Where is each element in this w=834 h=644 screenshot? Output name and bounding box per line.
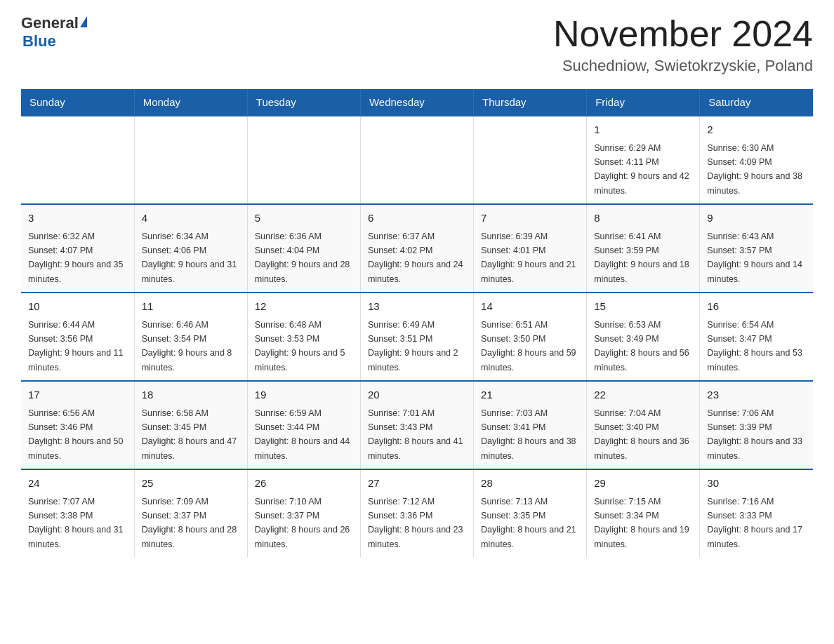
day-info: Sunrise: 7:07 AM Sunset: 3:38 PM Dayligh… — [28, 497, 124, 549]
month-title: November 2024 — [553, 14, 813, 54]
calendar-day-23: 23Sunrise: 7:06 AM Sunset: 3:39 PM Dayli… — [700, 381, 813, 469]
day-number: 9 — [707, 210, 806, 227]
calendar-header: SundayMondayTuesdayWednesdayThursdayFrid… — [21, 89, 813, 116]
day-info: Sunrise: 6:59 AM Sunset: 3:44 PM Dayligh… — [255, 408, 350, 461]
calendar-empty-cell — [134, 116, 247, 204]
day-number: 13 — [368, 299, 466, 315]
day-info: Sunrise: 6:51 AM Sunset: 3:50 PM Dayligh… — [481, 320, 576, 373]
day-info: Sunrise: 6:46 AM Sunset: 3:54 PM Dayligh… — [142, 320, 232, 373]
calendar-day-28: 28Sunrise: 7:13 AM Sunset: 3:35 PM Dayli… — [474, 469, 587, 557]
day-number: 22 — [594, 387, 692, 403]
calendar-day-1: 1Sunrise: 6:29 AM Sunset: 4:11 PM Daylig… — [587, 116, 700, 204]
day-number: 11 — [142, 299, 240, 315]
calendar-week-row: 17Sunrise: 6:56 AM Sunset: 3:46 PM Dayli… — [21, 381, 813, 469]
calendar-body: 1Sunrise: 6:29 AM Sunset: 4:11 PM Daylig… — [21, 116, 813, 557]
calendar-day-29: 29Sunrise: 7:15 AM Sunset: 3:34 PM Dayli… — [587, 469, 700, 557]
calendar-day-19: 19Sunrise: 6:59 AM Sunset: 3:44 PM Dayli… — [247, 381, 360, 469]
calendar-day-26: 26Sunrise: 7:10 AM Sunset: 3:37 PM Dayli… — [247, 469, 360, 557]
day-info: Sunrise: 7:12 AM Sunset: 3:36 PM Dayligh… — [368, 497, 463, 549]
calendar-empty-cell — [247, 116, 360, 204]
day-info: Sunrise: 6:49 AM Sunset: 3:51 PM Dayligh… — [368, 320, 458, 373]
calendar-day-24: 24Sunrise: 7:07 AM Sunset: 3:38 PM Dayli… — [21, 469, 134, 557]
day-info: Sunrise: 6:56 AM Sunset: 3:46 PM Dayligh… — [28, 408, 124, 461]
calendar-day-11: 11Sunrise: 6:46 AM Sunset: 3:54 PM Dayli… — [134, 293, 247, 381]
day-number: 6 — [368, 210, 466, 227]
day-number: 28 — [481, 476, 579, 492]
day-number: 17 — [28, 387, 127, 403]
day-info: Sunrise: 6:34 AM Sunset: 4:06 PM Dayligh… — [142, 232, 237, 284]
weekday-header-row: SundayMondayTuesdayWednesdayThursdayFrid… — [21, 89, 813, 116]
day-info: Sunrise: 7:13 AM Sunset: 3:35 PM Dayligh… — [481, 497, 576, 549]
calendar-day-25: 25Sunrise: 7:09 AM Sunset: 3:37 PM Dayli… — [134, 469, 247, 557]
day-info: Sunrise: 6:39 AM Sunset: 4:01 PM Dayligh… — [481, 232, 576, 284]
calendar-day-14: 14Sunrise: 6:51 AM Sunset: 3:50 PM Dayli… — [474, 293, 587, 381]
weekday-header-saturday: Saturday — [700, 89, 813, 116]
logo-general-text: General — [21, 14, 79, 32]
day-info: Sunrise: 6:54 AM Sunset: 3:47 PM Dayligh… — [707, 320, 802, 373]
day-number: 21 — [481, 387, 579, 403]
day-info: Sunrise: 6:30 AM Sunset: 4:09 PM Dayligh… — [707, 143, 802, 196]
day-info: Sunrise: 6:41 AM Sunset: 3:59 PM Dayligh… — [594, 232, 689, 284]
calendar-day-5: 5Sunrise: 6:36 AM Sunset: 4:04 PM Daylig… — [247, 204, 360, 293]
day-info: Sunrise: 7:15 AM Sunset: 3:34 PM Dayligh… — [594, 497, 689, 549]
calendar-day-8: 8Sunrise: 6:41 AM Sunset: 3:59 PM Daylig… — [587, 204, 700, 293]
calendar-day-17: 17Sunrise: 6:56 AM Sunset: 3:46 PM Dayli… — [21, 381, 134, 469]
day-number: 18 — [142, 387, 240, 403]
weekday-header-monday: Monday — [134, 89, 247, 116]
day-info: Sunrise: 7:09 AM Sunset: 3:37 PM Dayligh… — [142, 497, 237, 549]
calendar-day-22: 22Sunrise: 7:04 AM Sunset: 3:40 PM Dayli… — [587, 381, 700, 469]
calendar-week-row: 10Sunrise: 6:44 AM Sunset: 3:56 PM Dayli… — [21, 293, 813, 381]
day-number: 30 — [707, 476, 806, 492]
day-info: Sunrise: 6:36 AM Sunset: 4:04 PM Dayligh… — [255, 232, 350, 284]
weekday-header-sunday: Sunday — [21, 89, 134, 116]
day-number: 4 — [142, 210, 240, 227]
calendar-day-3: 3Sunrise: 6:32 AM Sunset: 4:07 PM Daylig… — [21, 204, 134, 293]
day-info: Sunrise: 6:44 AM Sunset: 3:56 PM Dayligh… — [28, 320, 124, 373]
day-number: 2 — [707, 122, 806, 138]
calendar-day-20: 20Sunrise: 7:01 AM Sunset: 3:43 PM Dayli… — [360, 381, 473, 469]
logo-blue-text: Blue — [22, 32, 56, 51]
calendar-empty-cell — [21, 116, 134, 204]
weekday-header-friday: Friday — [587, 89, 700, 116]
calendar-day-12: 12Sunrise: 6:48 AM Sunset: 3:53 PM Dayli… — [247, 293, 360, 381]
calendar-day-15: 15Sunrise: 6:53 AM Sunset: 3:49 PM Dayli… — [587, 293, 700, 381]
calendar-day-30: 30Sunrise: 7:16 AM Sunset: 3:33 PM Dayli… — [700, 469, 813, 557]
day-info: Sunrise: 6:53 AM Sunset: 3:49 PM Dayligh… — [594, 320, 689, 373]
calendar-day-9: 9Sunrise: 6:43 AM Sunset: 3:57 PM Daylig… — [700, 204, 813, 293]
day-info: Sunrise: 6:48 AM Sunset: 3:53 PM Dayligh… — [255, 320, 345, 373]
day-info: Sunrise: 6:43 AM Sunset: 3:57 PM Dayligh… — [707, 232, 802, 284]
day-number: 27 — [368, 476, 466, 492]
page-header: General Blue November 2024 Suchedniow, S… — [21, 14, 813, 75]
day-number: 24 — [28, 476, 127, 492]
calendar-day-2: 2Sunrise: 6:30 AM Sunset: 4:09 PM Daylig… — [700, 116, 813, 204]
day-number: 14 — [481, 299, 579, 315]
day-info: Sunrise: 7:04 AM Sunset: 3:40 PM Dayligh… — [594, 408, 689, 461]
calendar-empty-cell — [360, 116, 473, 204]
day-number: 26 — [255, 476, 353, 492]
weekday-header-wednesday: Wednesday — [360, 89, 473, 116]
calendar-day-13: 13Sunrise: 6:49 AM Sunset: 3:51 PM Dayli… — [360, 293, 473, 381]
calendar-week-row: 24Sunrise: 7:07 AM Sunset: 3:38 PM Dayli… — [21, 469, 813, 557]
day-number: 1 — [594, 122, 692, 138]
day-info: Sunrise: 6:29 AM Sunset: 4:11 PM Dayligh… — [594, 143, 689, 196]
day-number: 15 — [594, 299, 692, 315]
day-number: 3 — [28, 210, 127, 227]
day-info: Sunrise: 6:58 AM Sunset: 3:45 PM Dayligh… — [142, 408, 237, 461]
day-number: 20 — [368, 387, 466, 403]
calendar-day-4: 4Sunrise: 6:34 AM Sunset: 4:06 PM Daylig… — [134, 204, 247, 293]
location-subtitle: Suchedniow, Swietokrzyskie, Poland — [553, 57, 813, 75]
day-number: 7 — [481, 210, 579, 227]
calendar-day-10: 10Sunrise: 6:44 AM Sunset: 3:56 PM Dayli… — [21, 293, 134, 381]
calendar-day-16: 16Sunrise: 6:54 AM Sunset: 3:47 PM Dayli… — [700, 293, 813, 381]
day-number: 10 — [28, 299, 127, 315]
calendar-table: SundayMondayTuesdayWednesdayThursdayFrid… — [21, 89, 813, 557]
day-number: 8 — [594, 210, 692, 227]
day-info: Sunrise: 7:16 AM Sunset: 3:33 PM Dayligh… — [707, 497, 802, 549]
day-number: 25 — [142, 476, 240, 492]
day-info: Sunrise: 7:03 AM Sunset: 3:41 PM Dayligh… — [481, 408, 576, 461]
logo-triangle-icon — [80, 16, 87, 27]
logo: General Blue — [21, 14, 87, 51]
day-info: Sunrise: 7:10 AM Sunset: 3:37 PM Dayligh… — [255, 497, 350, 549]
calendar-day-6: 6Sunrise: 6:37 AM Sunset: 4:02 PM Daylig… — [360, 204, 473, 293]
calendar-week-row: 1Sunrise: 6:29 AM Sunset: 4:11 PM Daylig… — [21, 116, 813, 204]
